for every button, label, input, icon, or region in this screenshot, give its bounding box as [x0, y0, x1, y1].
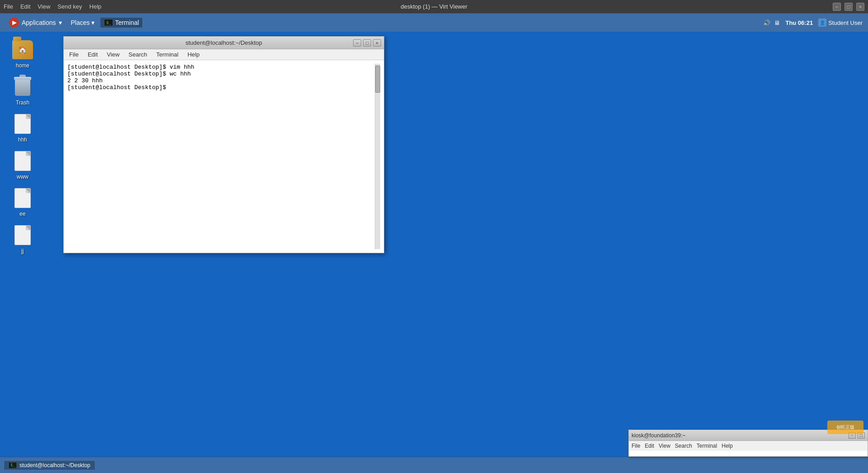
vm-content-area: ▶ Applications ▾ Places ▾ $_ Terminal 🔊 …	[0, 14, 868, 473]
virt-viewer-window: File Edit View Send key Help desktop (1)…	[0, 0, 868, 473]
jj-icon-label: jj	[21, 248, 24, 254]
bterm-menu-search[interactable]: Search	[675, 443, 692, 449]
virt-close-button[interactable]: ×	[856, 3, 864, 11]
gnome-taskbar: $_ student@localhost:~/Desktop	[0, 457, 868, 473]
terminal-win-buttons: − □ ×	[353, 39, 381, 47]
network-icon[interactable]: 🖥	[774, 19, 780, 26]
trash-body	[15, 80, 30, 96]
virt-viewer-titlebar: File Edit View Send key Help desktop (1)…	[0, 0, 868, 14]
terminal-btn-label: Terminal	[115, 19, 139, 26]
places-menu[interactable]: Places ▾	[67, 17, 99, 28]
jj-file-icon	[14, 225, 31, 245]
gnome-desktop: home Trash	[0, 32, 868, 457]
gnome-top-panel: ▶ Applications ▾ Places ▾ $_ Terminal 🔊 …	[0, 14, 868, 32]
ee-file-icon	[14, 188, 31, 208]
watermark-overlay: 创旺正版	[827, 421, 863, 434]
terminal-line-4: [student@localhost Desktop]$	[67, 84, 375, 91]
terminal-window-title: student@localhost:~/Desktop	[185, 39, 262, 46]
applications-arrow-icon: ▾	[59, 19, 62, 26]
desktop-icon-ee[interactable]: ee	[5, 184, 41, 220]
ee-icon-image	[12, 187, 33, 209]
gnome-panel-left: ▶ Applications ▾ Places ▾ $_ Terminal	[5, 16, 143, 29]
home-folder-icon	[12, 40, 33, 59]
hhh-icon-image	[12, 113, 33, 135]
user-menu[interactable]: 👤 Student User	[818, 19, 863, 27]
bterm-menu-help[interactable]: Help	[722, 443, 733, 449]
www-file-icon	[14, 151, 31, 171]
terminal-line-1: [student@localhost Desktop]$ vim hhh	[67, 64, 375, 71]
desktop-icon-trash[interactable]: Trash	[5, 73, 41, 109]
terminal-output: [student@localhost Desktop]$ vim hhh [st…	[67, 64, 375, 249]
user-icon: 👤	[818, 19, 826, 27]
virt-menu-help[interactable]: Help	[90, 3, 102, 10]
term-menu-view[interactable]: View	[105, 50, 121, 59]
term-menu-search[interactable]: Search	[127, 50, 149, 59]
virt-minimize-button[interactable]: −	[833, 3, 841, 11]
desktop-icon-jj[interactable]: jj	[5, 222, 41, 257]
main-terminal-window: student@localhost:~/Desktop − □ × File E…	[63, 36, 384, 253]
home-icon-label: home	[16, 62, 29, 69]
scrollbar-thumb[interactable]	[375, 66, 380, 93]
applications-label: Applications	[22, 19, 56, 26]
term-menu-terminal[interactable]: Terminal	[155, 50, 180, 59]
applications-menu[interactable]: ▶ Applications ▾	[5, 16, 66, 29]
bterm-menu-view[interactable]: View	[659, 443, 670, 449]
home-icon-image	[12, 39, 33, 61]
gnome-clock[interactable]: Thu 06:21	[785, 19, 813, 26]
ee-icon-label: ee	[19, 211, 25, 217]
places-label: Places	[71, 19, 90, 26]
desktop-icon-www[interactable]: www	[5, 147, 41, 183]
trash-can-icon	[14, 77, 31, 97]
www-icon-image	[12, 150, 33, 172]
user-label: Student User	[828, 19, 863, 26]
jj-icon-image	[12, 224, 33, 246]
desktop-icon-home[interactable]: home	[5, 36, 41, 71]
hhh-file-icon	[14, 114, 31, 134]
trash-icon-image	[12, 76, 33, 98]
virt-maximize-button[interactable]: □	[844, 3, 853, 11]
places-arrow-icon: ▾	[91, 19, 94, 26]
terminal-small-icon: $_	[104, 19, 113, 26]
gnome-panel-right: 🔊 🖥 Thu 06:21 👤 Student User	[763, 19, 863, 27]
hhh-icon-label: hhh	[18, 137, 27, 143]
terminal-minimize-button[interactable]: −	[353, 39, 361, 47]
virt-menu-edit[interactable]: Edit	[20, 3, 30, 10]
taskbar-item-label: student@localhost:~/Desktop	[19, 462, 90, 468]
sound-icon[interactable]: 🔊	[763, 19, 770, 26]
terminal-taskbar-button[interactable]: $_ Terminal	[100, 17, 143, 28]
term-menu-edit[interactable]: Edit	[86, 50, 99, 59]
terminal-titlebar: student@localhost:~/Desktop − □ ×	[64, 37, 384, 49]
virt-menu-file[interactable]: File	[4, 3, 13, 10]
desktop-icon-hhh[interactable]: hhh	[5, 110, 41, 146]
virt-viewer-win-controls: − □ ×	[833, 3, 864, 11]
virt-viewer-menu-bar: File Edit View Send key Help	[4, 3, 101, 10]
www-icon-label: www	[17, 174, 28, 180]
virt-menu-view[interactable]: View	[38, 3, 50, 10]
desktop-icons-panel: home Trash	[0, 32, 45, 457]
bterm-menu-terminal[interactable]: Terminal	[697, 443, 717, 449]
taskbar-item-terminal[interactable]: $_ student@localhost:~/Desktop	[4, 460, 95, 470]
virt-menu-sendkey[interactable]: Send key	[57, 3, 82, 10]
term-menu-help[interactable]: Help	[186, 50, 202, 59]
trash-icon-label: Trash	[16, 99, 29, 106]
terminal-maximize-button[interactable]: □	[363, 39, 371, 47]
taskbar-terminal-icon: $_	[9, 462, 17, 468]
bterm-menu-file[interactable]: File	[632, 443, 640, 449]
status-icons: 🔊 🖥	[763, 19, 780, 26]
terminal-scrollbar[interactable]	[375, 64, 380, 249]
terminal-close-button[interactable]: ×	[373, 39, 381, 47]
bottom-terminal-menu-bar: File Edit View Search Terminal Help	[629, 441, 868, 451]
term-menu-file[interactable]: File	[67, 50, 80, 59]
terminal-line-3: 2 2 30 hhh	[67, 77, 375, 84]
bterm-menu-edit[interactable]: Edit	[645, 443, 654, 449]
terminal-menu-bar: File Edit View Search Terminal Help	[64, 49, 384, 60]
virt-viewer-title: desktop (1) — Virt Viewer	[401, 3, 467, 10]
terminal-body[interactable]: [student@localhost Desktop]$ vim hhh [st…	[64, 60, 384, 253]
gnome-logo-icon: ▶	[9, 18, 19, 28]
bottom-terminal-title: kiosk@foundation39:~	[632, 432, 685, 439]
terminal-line-2: [student@localhost Desktop]$ wc hhh	[67, 71, 375, 77]
